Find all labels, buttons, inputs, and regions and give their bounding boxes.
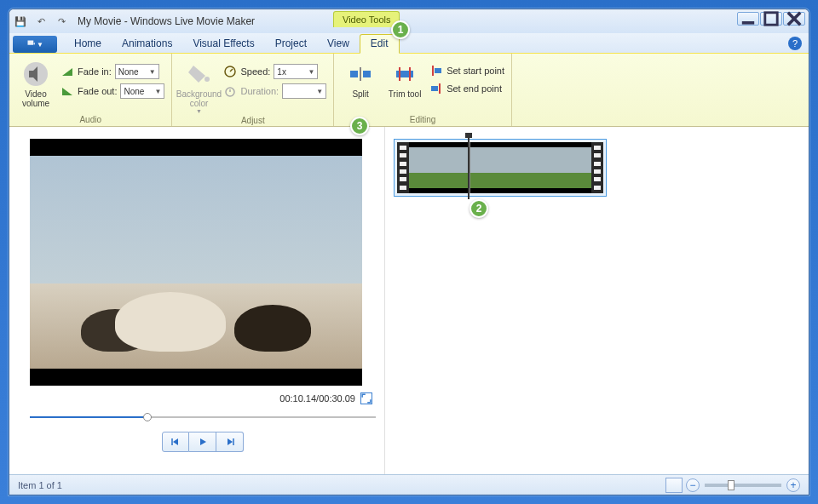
view-toggle-button[interactable] xyxy=(665,478,683,493)
callout-2: 2 xyxy=(469,199,488,218)
clip-frame xyxy=(470,142,591,193)
svg-rect-16 xyxy=(350,71,358,77)
svg-rect-23 xyxy=(435,68,441,73)
set-end-icon xyxy=(429,82,443,95)
svg-marker-28 xyxy=(200,438,206,445)
statusbar: Item 1 of 1 − + xyxy=(9,474,809,495)
group-audio: Video volume Fade in: None▼ Fade out: No… xyxy=(9,54,172,126)
group-audio-label: Audio xyxy=(16,114,164,124)
seek-bar[interactable] xyxy=(30,411,376,423)
zoom-in-button[interactable]: + xyxy=(786,478,800,492)
tab-visual-effects[interactable]: Visual Effects xyxy=(182,35,264,53)
zoom-out-button[interactable]: − xyxy=(686,478,700,492)
context-tab-label: Video Tools xyxy=(333,11,400,27)
group-adjust: Background color ▼ Speed: 1x▼ Duration: … xyxy=(172,54,334,126)
clip-frame xyxy=(409,142,470,193)
speaker-icon xyxy=(22,60,49,88)
video-preview xyxy=(30,139,362,386)
set-start-icon xyxy=(429,64,443,77)
next-frame-button[interactable] xyxy=(216,432,244,452)
app-window: 💾 ↶ ↷ My Movie - Windows Live Movie Make… xyxy=(9,9,809,495)
group-adjust-label: Adjust xyxy=(179,115,326,125)
time-display: 00:10.14/00:30.09 xyxy=(279,393,355,404)
video-clip[interactable] xyxy=(394,139,607,197)
set-end-button[interactable]: Set end point xyxy=(429,80,504,97)
filmstrip-left xyxy=(397,142,409,193)
help-icon[interactable]: ? xyxy=(788,37,802,50)
quick-access-toolbar: 💾 ↶ ↷ xyxy=(13,14,69,29)
window-title: My Movie - Windows Live Movie Maker xyxy=(78,15,255,27)
close-button[interactable] xyxy=(783,12,805,26)
ribbon: Video volume Fade in: None▼ Fade out: No… xyxy=(9,54,809,127)
content-area: 00:10.14/00:30.09 xyxy=(9,127,809,474)
speed-icon xyxy=(223,65,237,78)
zoom-thumb[interactable] xyxy=(728,480,734,490)
window-controls xyxy=(736,12,805,26)
zoom-slider[interactable] xyxy=(705,484,781,487)
svg-rect-17 xyxy=(363,71,371,77)
tab-home[interactable]: Home xyxy=(64,35,112,53)
bg-color-label: Background color xyxy=(176,89,222,108)
svg-marker-10 xyxy=(188,66,205,83)
duration-combo: ▼ xyxy=(282,83,326,99)
preview-pane: 00:10.14/00:30.09 xyxy=(9,127,384,474)
timeline-playhead[interactable] xyxy=(468,136,469,199)
split-icon xyxy=(347,60,374,88)
status-item-count: Item 1 of 1 xyxy=(18,480,62,490)
trim-label: Trim tool xyxy=(389,89,422,99)
fade-in-combo[interactable]: None▼ xyxy=(115,64,159,79)
set-start-button[interactable]: Set start point xyxy=(429,62,504,79)
split-button[interactable]: Split xyxy=(341,57,380,99)
svg-marker-29 xyxy=(228,438,233,445)
callout-3: 3 xyxy=(350,117,369,135)
video-volume-button[interactable]: Video volume xyxy=(16,57,55,108)
duration-label: Duration: xyxy=(240,86,279,96)
svg-marker-26 xyxy=(173,438,178,445)
time-display-row: 00:10.14/00:30.09 xyxy=(30,386,376,408)
tab-animations[interactable]: Animations xyxy=(112,35,182,53)
redo-icon[interactable]: ↷ xyxy=(54,14,69,29)
fade-out-combo[interactable]: None▼ xyxy=(120,83,164,99)
playback-controls xyxy=(30,432,376,452)
speed-combo[interactable]: 1x▼ xyxy=(274,64,318,79)
split-label: Split xyxy=(352,89,368,99)
tab-view[interactable]: View xyxy=(317,35,360,53)
trim-icon xyxy=(391,60,418,88)
minimize-button[interactable] xyxy=(737,12,759,26)
duration-icon xyxy=(223,84,237,98)
speed-label: Speed: xyxy=(240,66,270,77)
svg-line-13 xyxy=(230,69,233,72)
svg-rect-4 xyxy=(28,41,34,45)
svg-point-11 xyxy=(204,77,210,82)
group-editing: Split Trim tool Set start point Set end … xyxy=(334,54,512,126)
fade-in-label: Fade in: xyxy=(78,66,112,77)
fullscreen-button[interactable] xyxy=(360,392,372,404)
svg-marker-5 xyxy=(33,43,35,45)
fade-in-icon xyxy=(60,65,74,78)
prev-frame-button[interactable] xyxy=(162,432,189,452)
undo-icon[interactable]: ↶ xyxy=(33,14,49,29)
svg-marker-8 xyxy=(62,68,72,76)
paint-bucket-icon xyxy=(185,60,212,88)
video-volume-label: Video volume xyxy=(16,89,55,108)
svg-rect-24 xyxy=(431,86,438,91)
seek-thumb[interactable] xyxy=(143,413,152,421)
timeline-pane[interactable] xyxy=(384,127,809,474)
svg-rect-1 xyxy=(765,13,777,25)
filmstrip-right xyxy=(591,142,603,193)
fade-out-icon xyxy=(60,84,74,98)
tab-project[interactable]: Project xyxy=(265,35,317,53)
fade-out-label: Fade out: xyxy=(78,86,117,96)
zoom-control: − + xyxy=(686,478,800,492)
set-start-label: Set start point xyxy=(446,66,504,76)
play-button[interactable] xyxy=(189,432,216,452)
callout-1: 1 xyxy=(391,20,410,39)
ribbon-tabs: ▼ Home Animations Visual Effects Project… xyxy=(9,33,809,54)
file-menu-button[interactable]: ▼ xyxy=(13,36,57,53)
trim-button[interactable]: Trim tool xyxy=(385,57,424,99)
maximize-button[interactable] xyxy=(760,12,782,26)
set-end-label: Set end point xyxy=(446,83,502,94)
save-icon[interactable]: 💾 xyxy=(13,14,28,29)
svg-marker-9 xyxy=(62,88,72,95)
tab-edit[interactable]: Edit xyxy=(360,34,400,54)
